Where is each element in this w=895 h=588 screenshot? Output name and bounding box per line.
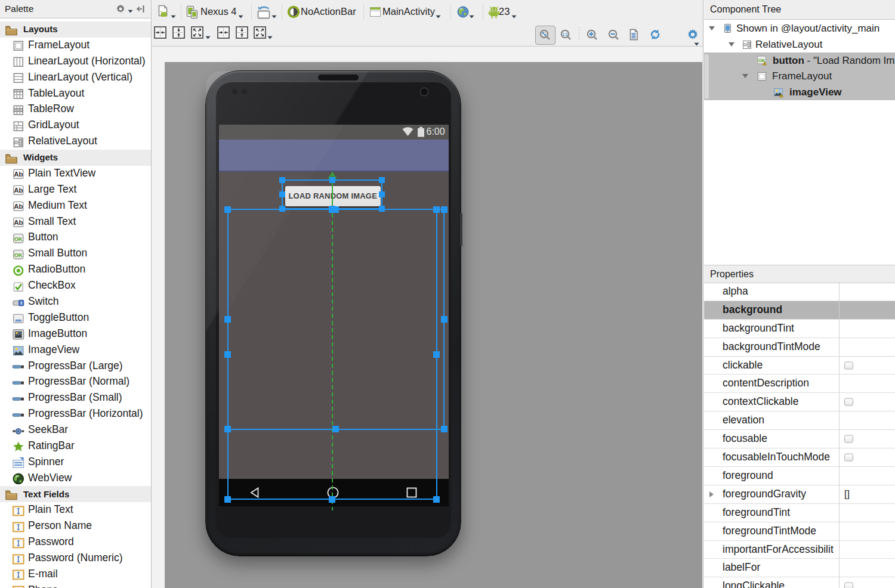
svg-text:Ab: Ab — [14, 203, 23, 210]
svg-text:Ab: Ab — [14, 187, 23, 194]
svg-text:OK: OK — [14, 235, 23, 242]
svg-text:Ab: Ab — [14, 171, 23, 178]
svg-text:OK: OK — [14, 251, 23, 258]
svg-text:1:1: 1:1 — [562, 32, 568, 36]
svg-text:Ab: Ab — [14, 219, 23, 226]
